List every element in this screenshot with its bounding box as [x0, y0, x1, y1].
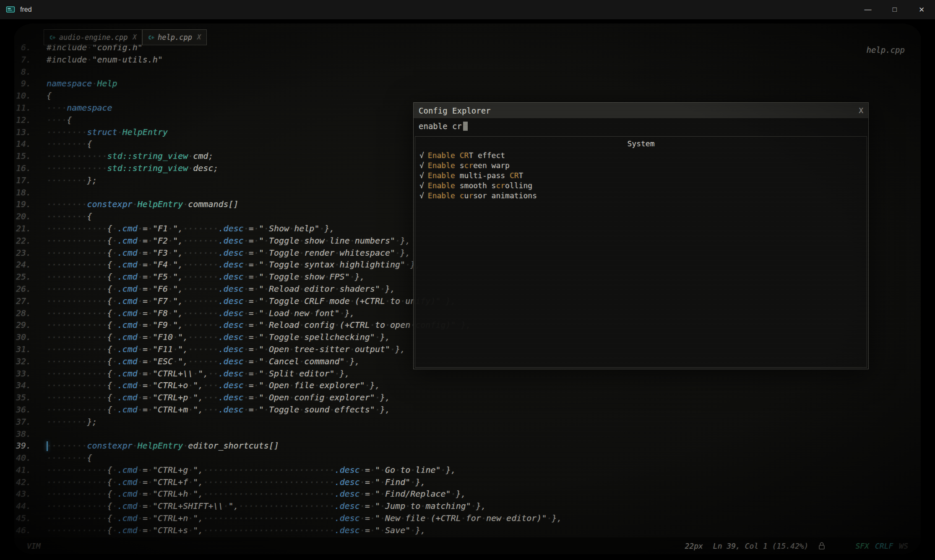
line-text: ············{·.cmd·=·"F1·",·······.desc·…	[47, 223, 335, 235]
line-text: ············std::string_view·desc;	[47, 162, 218, 174]
line-text: ············{·.cmd·=·"ESC·",······.desc·…	[47, 355, 360, 368]
checkbox-checked-icon: √	[419, 151, 424, 160]
line-number: 37.	[14, 416, 31, 428]
text-cursor	[463, 122, 468, 131]
line-number: 31.	[14, 343, 31, 355]
checkbox-checked-icon: √	[419, 181, 424, 190]
code-line[interactable]: 8.	[14, 66, 921, 78]
config-results-panel: System √Enable CRT effect√Enable screen …	[415, 136, 867, 368]
line-number: 32.	[14, 355, 31, 368]
line-number: 38.	[14, 428, 31, 440]
code-line[interactable]: 36.············{·.cmd·=·"CTRL+m·",···.de…	[14, 404, 921, 416]
line-text: ····{	[47, 114, 72, 126]
code-line[interactable]: 7.#include·"enum-utils.h"	[14, 54, 921, 66]
line-text: ········struct·HelpEntry	[47, 126, 168, 138]
line-number: 8.	[14, 66, 31, 78]
config-explorer-close-button[interactable]: X	[859, 106, 863, 115]
file-indicator: help.cpp	[866, 45, 905, 54]
line-number: 17.	[14, 174, 31, 187]
code-line[interactable]: 43.············{·.cmd·=·"CTRL+h·",······…	[14, 488, 921, 500]
line-number: 35.	[14, 391, 31, 404]
config-entry[interactable]: √Enable multi-pass CRT	[415, 171, 867, 181]
config-entry[interactable]: √Enable screen warp	[415, 161, 867, 171]
line-number: 7.	[14, 54, 31, 66]
line-text: ········constexpr·HelpEntry·editor_short…	[47, 440, 279, 452]
window-titlebar[interactable]: fred — □ ✕	[0, 0, 935, 19]
cursor-position-indicator: Ln 39, Col 1 (15.42%)	[713, 542, 809, 550]
status-flags: SFXCRLFWS	[855, 542, 908, 550]
line-number: 29.	[14, 319, 31, 331]
line-number: 45.	[14, 512, 31, 524]
line-number: 42.	[14, 476, 31, 488]
line-number: 18.	[14, 187, 31, 199]
line-text: ············{·.cmd·=·"CTRL+o·",···.desc·…	[47, 379, 380, 391]
line-number: 36.	[14, 404, 31, 416]
line-number: 24.	[14, 259, 31, 271]
code-line[interactable]: 10.{	[14, 90, 921, 102]
status-right-cluster: 22px Ln 39, Col 1 (15.42%) SFXCRLFWS	[685, 542, 909, 550]
line-number: 43.	[14, 488, 31, 500]
line-number: 30.	[14, 331, 31, 343]
code-line[interactable]: 37.········};	[14, 416, 921, 428]
code-line[interactable]: 35.············{·.cmd·=·"CTRL+p·",···.de…	[14, 391, 921, 404]
tab-label: audio-engine.cpp	[59, 33, 128, 41]
line-number: 14.	[14, 138, 31, 150]
line-text: ············{·.cmd·=·"CTRL+h·",·········…	[47, 488, 466, 500]
tab-help.cpp[interactable]: C+help.cppX	[142, 29, 207, 45]
line-text: ············{·.cmd·=·"CTRL+\\·",··.desc·…	[47, 368, 350, 380]
config-entry[interactable]: √Enable smooth scrolling	[415, 181, 867, 191]
line-number: 40.	[14, 452, 31, 464]
code-line[interactable]: 39.········constexpr·HelpEntry·editor_sh…	[14, 440, 921, 452]
line-number: 21.	[14, 223, 31, 235]
line-number: 15.	[14, 150, 31, 162]
maximize-button[interactable]: □	[881, 0, 908, 19]
config-entry[interactable]: √Enable cursor animations	[415, 191, 867, 201]
line-text: ····namespace	[47, 102, 112, 114]
code-line[interactable]: 45.············{·.cmd·=·"CTRL+n·",······…	[14, 512, 921, 524]
cpp-file-icon: C+	[49, 34, 55, 41]
tab-audio-engine.cpp[interactable]: C+audio-engine.cppX	[44, 29, 142, 45]
code-line[interactable]: 41.············{·.cmd·=·"CTRL+g·",······…	[14, 464, 921, 476]
code-line[interactable]: 42.············{·.cmd·=·"CTRL+f·",······…	[14, 476, 921, 488]
status-flag-ws: WS	[899, 542, 908, 550]
config-search-input[interactable]: enable cr	[414, 118, 868, 134]
minimize-button[interactable]: —	[854, 0, 881, 19]
line-text: ············{·.cmd·=·"CTRL+g·",·········…	[47, 464, 456, 476]
tab-bar: C+audio-engine.cppXC+help.cppX	[44, 29, 207, 45]
vim-mode-indicator: VIM	[27, 542, 41, 550]
line-number: 25.	[14, 271, 31, 283]
line-text: ············{·.cmd·=·"F9·",·······.desc·…	[47, 319, 471, 331]
close-button[interactable]: ✕	[908, 0, 935, 19]
line-text: ············{·.cmd·=·"F2·",·······.desc·…	[47, 235, 410, 247]
app-icon	[6, 5, 15, 14]
line-text: ············{·.cmd·=·"CTRL+m·",···.desc·…	[47, 404, 390, 416]
line-text: {	[47, 90, 52, 102]
code-line[interactable]: 44.············{·.cmd·=·"CTRL+SHIFT+\\·"…	[14, 500, 921, 512]
code-line[interactable]: 40.········{	[14, 452, 921, 464]
line-number: 22.	[14, 235, 31, 247]
tab-close-button[interactable]: X	[133, 34, 136, 41]
line-text: ············{·.cmd·=·"CTRL+s·",·········…	[47, 524, 425, 537]
window-title: fred	[20, 6, 32, 13]
code-line[interactable]: 34.············{·.cmd·=·"CTRL+o·",···.de…	[14, 379, 921, 391]
config-explorer-titlebar: Config Explorer X	[414, 103, 868, 118]
code-line[interactable]: 38.	[14, 428, 921, 440]
line-number: 11.	[14, 102, 31, 114]
line-number: 44.	[14, 500, 31, 512]
tab-close-button[interactable]: X	[197, 34, 201, 41]
line-number: 6.	[14, 41, 31, 54]
line-text: ········{	[47, 138, 92, 150]
line-number: 16.	[14, 162, 31, 174]
line-number: 9.	[14, 78, 31, 90]
line-text: ············{·.cmd·=·"F6·",·······.desc·…	[47, 283, 395, 295]
code-line[interactable]: 46.············{·.cmd·=·"CTRL+s·",······…	[14, 524, 921, 537]
status-flag-crlf: CRLF	[875, 542, 893, 550]
line-text: ············{·.cmd·=·"CTRL+n·",·········…	[47, 512, 562, 524]
line-number: 27.	[14, 295, 31, 307]
checkbox-checked-icon: √	[419, 171, 424, 180]
line-number: 19.	[14, 198, 31, 210]
line-number: 20.	[14, 210, 31, 223]
code-line[interactable]: 9.namespace·Help	[14, 78, 921, 90]
config-entry[interactable]: √Enable CRT effect	[415, 150, 867, 161]
line-text: ············{·.cmd·=·"F3·",·······.desc·…	[47, 247, 410, 259]
